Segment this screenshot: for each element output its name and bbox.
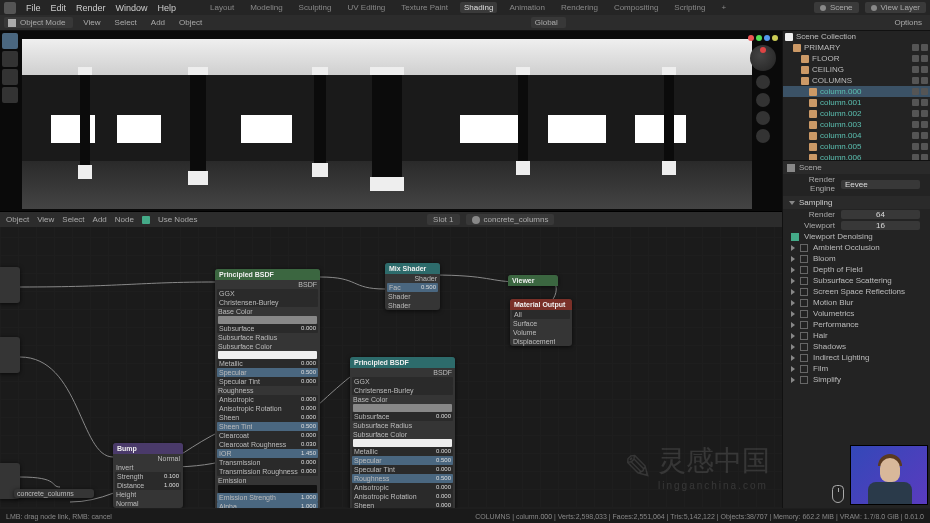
sss-method-2[interactable]: Christensen-Burley xyxy=(354,386,414,395)
param-slider[interactable]: IOR1.450 xyxy=(217,449,318,458)
render-icon[interactable] xyxy=(921,66,928,73)
move-tool[interactable] xyxy=(2,69,18,85)
render-icon[interactable] xyxy=(921,55,928,62)
outliner-item[interactable]: CEILING xyxy=(783,64,930,75)
render-icon[interactable] xyxy=(921,132,928,139)
tab-rendering[interactable]: Rendering xyxy=(557,2,602,13)
param-slider[interactable]: Specular0.500 xyxy=(352,456,453,465)
color-swatch[interactable] xyxy=(218,351,317,359)
panel-header[interactable]: Shadows xyxy=(783,341,930,352)
scene-selector[interactable]: Scene xyxy=(814,2,859,13)
param-slider[interactable]: Emission Strength1.000 xyxy=(217,493,318,502)
bump-node[interactable]: Bump Normal Invert Strength0.100 Distanc… xyxy=(113,443,183,508)
color-swatch[interactable] xyxy=(218,485,317,493)
3d-viewport[interactable] xyxy=(0,31,782,211)
render-engine-select[interactable]: Eevee xyxy=(841,180,920,189)
panel-checkbox[interactable] xyxy=(800,266,808,274)
panel-header[interactable]: Volumetrics xyxy=(783,308,930,319)
eye-icon[interactable] xyxy=(912,110,919,117)
mode-selector[interactable]: Object Mode xyxy=(4,17,73,28)
use-nodes-checkbox[interactable] xyxy=(142,216,150,224)
tab-compositing[interactable]: Compositing xyxy=(610,2,662,13)
perspective-icon[interactable] xyxy=(756,129,770,143)
principled-bsdf-node-2[interactable]: Principled BSDF BSDF GGX Christensen-Bur… xyxy=(350,357,455,508)
param-slider[interactable]: Alpha1.000 xyxy=(217,502,318,508)
render-icon[interactable] xyxy=(921,143,928,150)
outliner[interactable]: Scene Collection PRIMARYFLOORCEILINGCOLU… xyxy=(783,31,930,161)
distribution[interactable]: GGX xyxy=(219,289,235,298)
panel-header[interactable]: Hair xyxy=(783,330,930,341)
param-slider[interactable]: Clearcoat Roughness0.030 xyxy=(217,440,318,449)
image-texture-node[interactable]: concrete_columns xyxy=(14,489,94,498)
eye-icon[interactable] xyxy=(912,154,919,161)
outliner-item[interactable]: COLUMNS xyxy=(783,75,930,86)
render-icon[interactable] xyxy=(921,88,928,95)
outliner-root[interactable]: Scene Collection xyxy=(796,32,928,41)
cursor-tool[interactable] xyxy=(2,51,18,67)
bump-strength-val[interactable]: 0.100 xyxy=(164,472,179,481)
hdr-add[interactable]: Add xyxy=(147,17,169,28)
viewer-node[interactable]: Viewer xyxy=(508,275,558,286)
rotate-tool[interactable] xyxy=(2,87,18,103)
hdr-select[interactable]: Select xyxy=(111,17,141,28)
panel-header[interactable]: Depth of Field xyxy=(783,264,930,275)
panel-checkbox[interactable] xyxy=(800,277,808,285)
outliner-item[interactable]: column.000 xyxy=(783,86,930,97)
menu-help[interactable]: Help xyxy=(158,3,177,13)
param-slider[interactable]: Subsurface0.000 xyxy=(217,324,318,333)
panel-checkbox[interactable] xyxy=(800,255,808,263)
shading-mode-dots[interactable] xyxy=(748,35,778,41)
eye-icon[interactable] xyxy=(912,99,919,106)
panel-header[interactable]: Ambient Occlusion xyxy=(783,242,930,253)
eye-icon[interactable] xyxy=(912,121,919,128)
principled-bsdf-node-1[interactable]: Principled BSDF BSDF GGX Christensen-Bur… xyxy=(215,269,320,508)
panel-checkbox[interactable] xyxy=(800,365,808,373)
outliner-item[interactable]: column.003 xyxy=(783,119,930,130)
outliner-item[interactable]: column.005 xyxy=(783,141,930,152)
render-icon[interactable] xyxy=(921,44,928,51)
tab-animation[interactable]: Animation xyxy=(505,2,549,13)
nh-view[interactable]: View xyxy=(37,215,54,224)
nh-object[interactable]: Object xyxy=(6,215,29,224)
nh-node[interactable]: Node xyxy=(115,215,134,224)
viewlayer-selector[interactable]: View Layer xyxy=(865,2,926,13)
tab-modeling[interactable]: Modeling xyxy=(246,2,286,13)
render-icon[interactable] xyxy=(921,154,928,161)
param-slider[interactable]: Anisotropic Rotation0.000 xyxy=(217,404,318,413)
tab-sculpting[interactable]: Sculpting xyxy=(295,2,336,13)
render-icon[interactable] xyxy=(921,77,928,84)
panel-checkbox[interactable] xyxy=(800,310,808,318)
panel-header[interactable]: Motion Blur xyxy=(783,297,930,308)
color-swatch[interactable] xyxy=(218,316,317,324)
tab-scripting[interactable]: Scripting xyxy=(670,2,709,13)
outliner-item[interactable]: FLOOR xyxy=(783,53,930,64)
panel-header[interactable]: Indirect Lighting xyxy=(783,352,930,363)
tab-uv[interactable]: UV Editing xyxy=(344,2,390,13)
panel-checkbox[interactable] xyxy=(800,288,808,296)
render-icon[interactable] xyxy=(921,99,928,106)
panel-header[interactable]: Simplify xyxy=(783,374,930,385)
panel-header[interactable]: Performance xyxy=(783,319,930,330)
hdr-object[interactable]: Object xyxy=(175,17,206,28)
select-tool[interactable] xyxy=(2,33,18,49)
param-slider[interactable]: Sheen Tint0.500 xyxy=(217,422,318,431)
nh-add[interactable]: Add xyxy=(93,215,107,224)
outliner-item[interactable]: column.006 xyxy=(783,152,930,161)
panel-header[interactable]: Subsurface Scattering xyxy=(783,275,930,286)
mix-fac[interactable]: Fac xyxy=(389,283,401,292)
param-slider[interactable]: Sheen0.000 xyxy=(217,413,318,422)
param-slider[interactable]: Specular Tint0.000 xyxy=(352,465,453,474)
param-slider[interactable]: Roughness0.500 xyxy=(352,474,453,483)
tab-texpaint[interactable]: Texture Paint xyxy=(397,2,452,13)
eye-icon[interactable] xyxy=(912,143,919,150)
nh-select[interactable]: Select xyxy=(62,215,84,224)
panel-header[interactable]: Bloom xyxy=(783,253,930,264)
menu-edit[interactable]: Edit xyxy=(51,3,67,13)
sampling-header[interactable]: Sampling xyxy=(799,198,832,207)
blender-logo-icon[interactable] xyxy=(4,2,16,14)
eye-icon[interactable] xyxy=(912,44,919,51)
panel-header[interactable]: Film xyxy=(783,363,930,374)
nav-gizmo[interactable] xyxy=(750,45,776,71)
param-slider[interactable]: Metallic0.000 xyxy=(217,359,318,368)
panel-checkbox[interactable] xyxy=(800,343,808,351)
